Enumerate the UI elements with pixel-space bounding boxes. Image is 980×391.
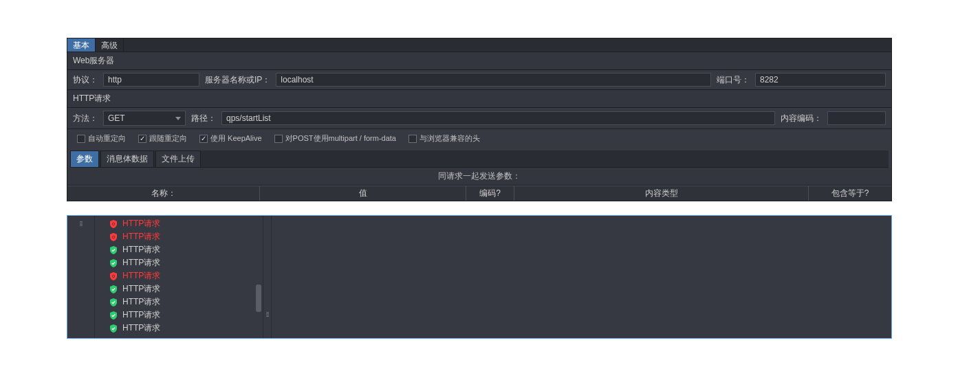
splitter[interactable] (263, 216, 272, 338)
web-server-title: Web服务器 (67, 52, 891, 70)
web-server-row: 协议： 服务器名称或IP： 端口号： (67, 70, 891, 90)
shield-ok-icon (109, 284, 118, 294)
tree-item-label: HTTP请求 (122, 231, 160, 243)
col-value[interactable]: 值 (260, 186, 466, 201)
tree-item-label: HTTP请求 (122, 257, 160, 269)
details-area (272, 216, 891, 338)
shield-ok-icon (109, 324, 118, 333)
follow-redirect-checkbox[interactable]: 跟随重定向 (138, 133, 187, 144)
tree-item[interactable]: HTTP请求 (95, 217, 263, 230)
shield-ok-icon (109, 311, 118, 320)
auto-redirect-checkbox[interactable]: 自动重定向 (77, 133, 126, 144)
shield-error-icon (109, 219, 118, 229)
col-include[interactable]: 包含等于? (809, 186, 891, 201)
server-label: 服务器名称或IP： (205, 74, 270, 86)
keepalive-checkbox[interactable]: 使用 KeepAlive (199, 133, 262, 144)
tree-item-label: HTTP请求 (122, 218, 160, 230)
config-tabs: 基本 高级 (67, 38, 891, 52)
http-request-row: 方法： GET 路径： 内容编码： (67, 108, 891, 129)
tab-advanced[interactable]: 高级 (96, 38, 124, 52)
tree-item[interactable]: HTTP请求 (95, 256, 263, 269)
tree-item[interactable]: HTTP请求 (95, 309, 263, 322)
multipart-checkbox[interactable]: 对POST使用multipart / form-data (274, 133, 396, 144)
tree-item-label: HTTP请求 (122, 270, 160, 282)
col-name[interactable]: 名称： (67, 186, 260, 201)
protocol-input[interactable] (103, 73, 199, 87)
encoding-input[interactable] (827, 111, 886, 125)
tree-item[interactable]: HTTP请求 (95, 269, 263, 282)
col-ctype[interactable]: 内容类型 (514, 186, 809, 201)
col-encode[interactable]: 编码? (466, 186, 514, 201)
browser-head-checkbox[interactable]: 与浏览器兼容的头 (409, 133, 480, 144)
tree-item[interactable]: HTTP请求 (95, 322, 263, 335)
http-request-title: HTTP请求 (67, 90, 891, 108)
param-subtabs: 参数 消息体数据 文件上传 (70, 150, 889, 168)
server-input[interactable] (276, 73, 711, 87)
shield-ok-icon (109, 258, 118, 268)
tree-item[interactable]: HTTP请求 (95, 295, 263, 309)
lower-panel: HTTP请求HTTP请求HTTP请求HTTP请求HTTP请求HTTP请求HTTP… (67, 215, 892, 339)
port-label: 端口号： (717, 74, 750, 86)
port-input[interactable] (755, 73, 886, 87)
options-row: 自动重定向 跟随重定向 使用 KeepAlive 对POST使用multipar… (67, 129, 891, 148)
chevron-down-icon (175, 117, 181, 120)
shield-error-icon (109, 271, 118, 281)
protocol-label: 协议： (73, 74, 98, 86)
path-input[interactable] (221, 111, 775, 125)
scrollbar-thumb[interactable] (256, 284, 261, 312)
tree-item-label: HTTP请求 (122, 296, 160, 308)
tree-item[interactable]: HTTP请求 (95, 230, 263, 243)
method-value: GET (108, 113, 125, 123)
tree-item[interactable]: HTTP请求 (95, 243, 263, 256)
path-label: 路径： (191, 113, 216, 124)
tree-item-label: HTTP请求 (122, 244, 160, 256)
encoding-label: 内容编码： (781, 113, 822, 124)
tab-basic[interactable]: 基本 (67, 38, 96, 52)
tree-item-label: HTTP请求 (122, 322, 160, 334)
tree-panel: HTTP请求HTTP请求HTTP请求HTTP请求HTTP请求HTTP请求HTTP… (95, 216, 263, 338)
param-table-header: 名称： 值 编码? 内容类型 包含等于? (67, 186, 891, 201)
shield-ok-icon (109, 245, 118, 255)
tree-item-label: HTTP请求 (122, 309, 160, 321)
tree-item[interactable]: HTTP请求 (95, 282, 263, 295)
subtab-body[interactable]: 消息体数据 (100, 150, 154, 167)
method-label: 方法： (73, 113, 98, 124)
left-gutter (67, 216, 95, 338)
tree-item-label: HTTP请求 (122, 283, 160, 295)
subtab-params[interactable]: 参数 (70, 150, 99, 167)
method-select[interactable]: GET (103, 111, 186, 126)
subtab-files[interactable]: 文件上传 (155, 150, 201, 167)
shield-ok-icon (109, 298, 118, 307)
shield-error-icon (109, 232, 118, 242)
param-header: 同请求一起发送参数： (67, 168, 891, 186)
